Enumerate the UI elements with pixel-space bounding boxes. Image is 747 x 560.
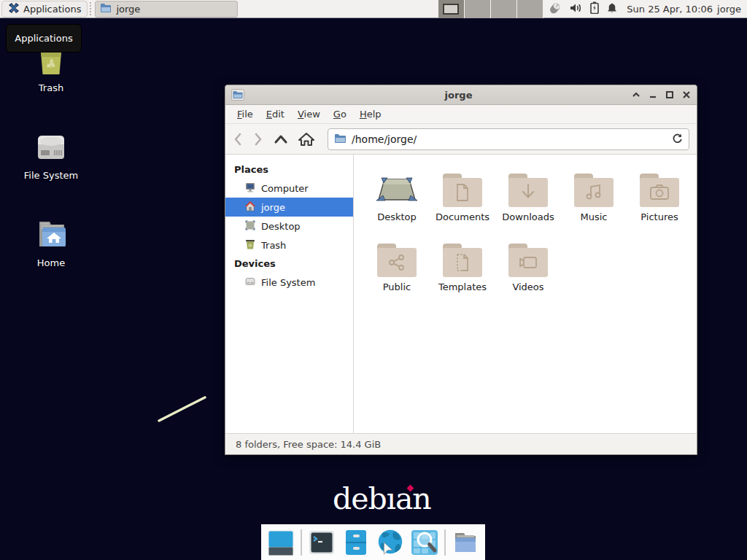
folder-item-templates[interactable]: Templates	[430, 235, 495, 305]
pictures-folder-icon	[640, 174, 679, 207]
home-icon	[244, 201, 256, 214]
file-manager-icon[interactable]	[341, 528, 371, 557]
home-folder-icon	[32, 217, 70, 253]
workspace-2[interactable]	[465, 0, 491, 18]
close-button[interactable]	[682, 91, 691, 98]
documents-folder-icon	[443, 174, 482, 207]
trash-label: Trash	[39, 82, 63, 93]
folder-label: Downloads	[502, 211, 554, 222]
computer-icon	[244, 182, 256, 195]
reload-icon[interactable]	[672, 133, 683, 146]
path-bar[interactable]: /home/jorge/	[328, 128, 689, 150]
system-tray	[548, 1, 618, 17]
toolbar: /home/jorge/	[225, 124, 697, 155]
folder-label: Documents	[436, 211, 489, 222]
web-browser-icon[interactable]	[376, 528, 405, 557]
titlebar[interactable]: jorge	[225, 85, 697, 105]
status-text: 8 folders, Free space: 14.4 GiB	[236, 439, 381, 450]
path-folder-icon	[334, 133, 347, 146]
sidebar-item-computer[interactable]: Computer	[225, 179, 353, 198]
sidebar-item-trash[interactable]: Trash	[225, 236, 353, 254]
folder-label: Public	[383, 281, 411, 292]
taskbar-window-button[interactable]: jorge	[95, 1, 238, 18]
mouse-icon[interactable]	[548, 1, 562, 17]
menu-file[interactable]: File	[231, 106, 259, 122]
menu-go[interactable]: Go	[328, 106, 352, 122]
applications-menu-button[interactable]: Applications	[1, 1, 88, 18]
folder-item-public[interactable]: Public	[364, 235, 430, 305]
sidebar-item-filesystem[interactable]: File System	[225, 273, 353, 292]
folder-label: Music	[581, 211, 608, 222]
workspace-window-preview	[443, 4, 459, 15]
menubar: File Edit View Go Help	[225, 105, 697, 124]
debian-logo-dotless-i: ı	[387, 481, 395, 516]
debian-logo-text-2: an	[395, 481, 431, 516]
debian-logo: debıan	[333, 481, 431, 516]
up-button[interactable]	[274, 133, 288, 145]
sidebar-item-label: jorge	[261, 202, 285, 213]
shade-button[interactable]	[632, 91, 640, 98]
sidebar: Places Computer	[225, 155, 354, 433]
sidebar-item-label: Desktop	[261, 221, 301, 232]
videos-folder-icon	[508, 244, 548, 277]
folder-label: Templates	[438, 281, 487, 292]
folder-label: Desktop	[377, 211, 417, 222]
menu-view[interactable]: View	[292, 106, 326, 122]
folder-item-videos[interactable]: Videos	[495, 235, 561, 305]
desktop-icon-filesystem[interactable]: File System	[11, 130, 91, 181]
workspace-3[interactable]	[491, 0, 517, 18]
taskbar-window-label: jorge	[116, 4, 140, 15]
battery-icon[interactable]	[590, 1, 599, 16]
panel-clock[interactable]: Sun 25 Apr, 10:06	[627, 4, 713, 15]
sidebar-item-label: Computer	[261, 183, 309, 194]
trash-small-icon	[244, 238, 256, 252]
sidebar-item-desktop[interactable]: Desktop	[225, 217, 353, 236]
show-desktop-icon[interactable]	[266, 528, 295, 557]
home-label: Home	[37, 257, 65, 268]
app-finder-icon[interactable]	[410, 528, 439, 557]
file-manager-window: jorge File Edit View Go Help	[225, 85, 697, 455]
menu-help[interactable]: Help	[354, 106, 387, 122]
sidebar-item-jorge[interactable]: jorge	[225, 198, 353, 217]
public-folder-icon	[377, 244, 417, 277]
folder-item-music[interactable]: Music	[561, 165, 627, 235]
window-title: jorge	[285, 90, 632, 101]
menu-edit[interactable]: Edit	[260, 106, 290, 122]
dock-separator	[301, 529, 302, 556]
path-text: /home/jorge/	[352, 133, 667, 145]
sidebar-places-header: Places	[225, 160, 353, 179]
volume-icon[interactable]	[570, 2, 583, 16]
back-button[interactable]	[233, 133, 243, 146]
desktop-icon-home[interactable]: Home	[11, 217, 91, 268]
folder-item-pictures[interactable]: Pictures	[627, 165, 692, 235]
panel-separator-grip	[90, 2, 93, 15]
tooltip-text: Applications	[15, 33, 72, 44]
downloads-folder-icon	[508, 174, 548, 207]
folder-label: Pictures	[640, 211, 678, 222]
folder-item-documents[interactable]: Documents	[430, 165, 495, 235]
titlebar-folder-icon	[231, 89, 244, 101]
workspace-pager[interactable]	[438, 0, 543, 18]
minimize-button[interactable]	[649, 91, 657, 98]
xfce-applications-icon	[8, 2, 20, 16]
terminal-icon[interactable]	[307, 528, 336, 557]
recent-folder-icon[interactable]	[451, 528, 480, 557]
sidebar-devices-header: Devices	[225, 254, 353, 273]
filesystem-label: File System	[24, 170, 78, 181]
bell-icon[interactable]	[606, 2, 618, 16]
dock-separator	[444, 529, 446, 556]
workspace-4[interactable]	[517, 0, 543, 18]
applications-menu-label: Applications	[23, 4, 81, 15]
dock	[261, 524, 485, 560]
window-folder-icon	[100, 3, 112, 15]
folder-item-downloads[interactable]: Downloads	[495, 165, 561, 235]
drive-small-icon	[244, 276, 256, 289]
panel-username[interactable]: jorge	[717, 4, 741, 15]
folder-item-desktop[interactable]: Desktop	[364, 165, 430, 235]
maximize-button[interactable]	[665, 91, 674, 98]
forward-button[interactable]	[253, 133, 263, 146]
workspace-1[interactable]	[438, 0, 465, 18]
templates-folder-icon	[443, 244, 482, 277]
debian-logo-text: deb	[333, 481, 387, 516]
home-button[interactable]	[298, 132, 314, 147]
